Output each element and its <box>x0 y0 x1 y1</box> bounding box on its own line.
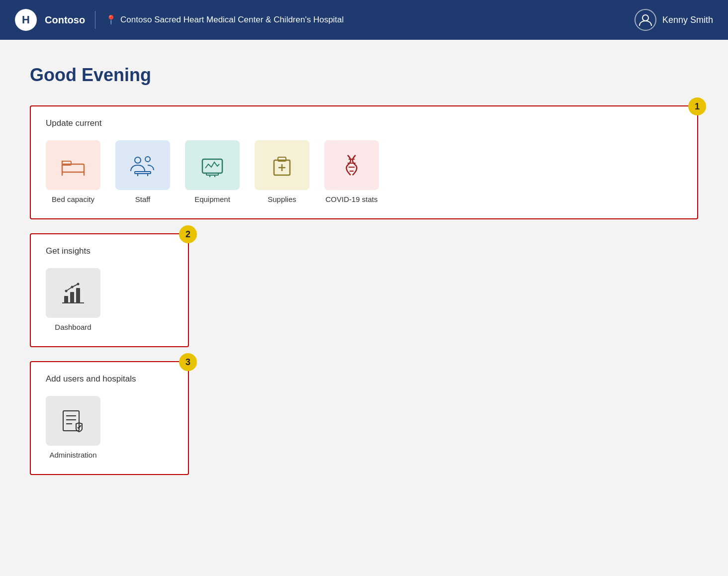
header-divider <box>95 11 95 29</box>
staff-icon-box <box>115 140 170 190</box>
bed-capacity-label: Bed capacity <box>52 195 94 203</box>
avatar <box>635 9 656 31</box>
supplies-item[interactable]: Supplies <box>255 140 309 203</box>
supplies-label: Supplies <box>268 195 296 203</box>
supplies-icon <box>267 150 297 180</box>
dashboard-icon <box>58 278 88 308</box>
main-content: Good Evening 1 Update current Bed capaci <box>0 40 728 576</box>
section-title-insights: Get insights <box>46 246 173 256</box>
admin-icon <box>58 406 88 436</box>
user-info[interactable]: Kenny Smith <box>635 9 713 31</box>
equipment-icon-box <box>185 140 240 190</box>
staff-label: Staff <box>135 195 151 203</box>
staff-item[interactable]: Staff <box>115 140 170 203</box>
section-title-admin: Add users and hospitals <box>46 374 173 384</box>
brand-name: Contoso <box>45 14 85 26</box>
bed-icon <box>58 150 88 180</box>
badge-2: 2 <box>179 225 197 243</box>
location-info: 📍 Contoso Sacred Heart Medical Center & … <box>105 14 635 25</box>
covid-icon-box <box>324 140 379 190</box>
location-icon: 📍 <box>105 14 116 25</box>
app-header: H Contoso 📍 Contoso Sacred Heart Medical… <box>0 0 728 40</box>
covid-stats-item[interactable]: COVID-19 stats <box>324 140 379 203</box>
staff-icon <box>128 150 158 180</box>
covid-icon <box>337 150 366 180</box>
svg-rect-23 <box>64 296 68 303</box>
dashboard-label: Dashboard <box>55 323 91 331</box>
bed-capacity-item[interactable]: Bed capacity <box>46 140 100 203</box>
insights-items-row: Dashboard <box>46 268 173 331</box>
dashboard-icon-box <box>46 268 100 318</box>
supplies-icon-box <box>255 140 309 190</box>
svg-rect-8 <box>135 172 151 174</box>
svg-rect-24 <box>70 292 74 303</box>
get-insights-section: 2 Get insights <box>30 233 189 347</box>
svg-point-7 <box>145 157 150 162</box>
admin-icon-box <box>46 396 100 446</box>
administration-item[interactable]: Administration <box>46 396 100 459</box>
badge-3: 3 <box>179 353 197 371</box>
svg-rect-25 <box>76 288 80 303</box>
badge-1: 1 <box>688 97 706 115</box>
update-current-section: 1 Update current Bed capacity <box>30 105 698 219</box>
app-logo: H <box>15 9 37 31</box>
equipment-item[interactable]: Equipment <box>185 140 240 203</box>
administration-label: Administration <box>49 451 96 459</box>
covid-stats-label: COVID-19 stats <box>325 195 377 203</box>
equipment-icon <box>197 150 227 180</box>
admin-items-row: Administration <box>46 396 173 459</box>
dashboard-item[interactable]: Dashboard <box>46 268 100 331</box>
bed-icon-box <box>46 140 100 190</box>
svg-rect-30 <box>63 411 79 431</box>
update-items-row: Bed capacity <box>46 140 682 203</box>
greeting-text: Good Evening <box>30 65 698 86</box>
username: Kenny Smith <box>662 15 713 25</box>
section-title-update: Update current <box>46 118 682 128</box>
add-users-section: 3 Add users and hospitals <box>30 361 189 475</box>
equipment-label: Equipment <box>194 195 230 203</box>
svg-point-0 <box>642 15 648 21</box>
svg-rect-12 <box>206 173 218 175</box>
svg-point-6 <box>135 157 141 163</box>
